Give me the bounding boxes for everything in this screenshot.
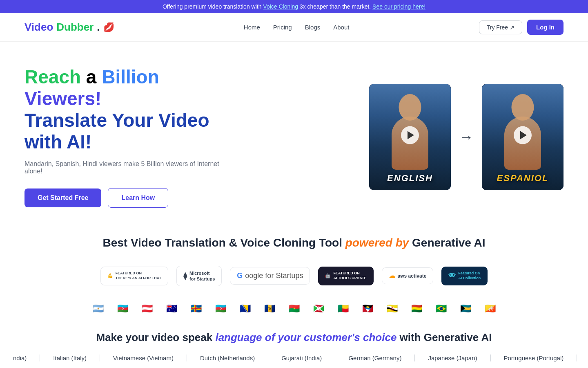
nav-about[interactable]: About [333, 24, 349, 31]
partners-section: 💪 FEATURED ONTHERE'S AN AI FOR THAT ⧫ Mi… [0, 258, 588, 295]
microsoft-icon: ⧫ [183, 272, 187, 280]
language-scroll: ndia)Italian (Italy)Vietnamese (Vietnam)… [0, 348, 588, 368]
logo-video-text: Video [24, 21, 53, 34]
partner-theres-an-ai: 💪 FEATURED ONTHERE'S AN AI FOR THAT [100, 267, 168, 285]
language-item: Dutch (Netherlands) [187, 355, 268, 361]
speak-pre: Make your video speak [96, 331, 216, 343]
nav-blogs[interactable]: Blogs [305, 24, 321, 31]
partner-ai-collection: 👁 Featured OnAI Collection [441, 267, 488, 285]
login-button[interactable]: Log In [527, 20, 564, 35]
hero-headline: Reach a Billion Viewers! Translate Your … [24, 66, 237, 153]
flag-item: 🇧🇹 [479, 301, 501, 316]
language-item: Gujarati (India) [268, 355, 335, 361]
video-play-english[interactable] [401, 126, 419, 144]
partner-microsoft-label: Microsoftfor Startups [189, 270, 215, 282]
flag-item: 🇦🇹 [136, 301, 158, 316]
flag-item: 🇦🇺 [160, 301, 183, 316]
partner-theres-label: FEATURED ONTHERE'S AN AI FOR THAT [116, 271, 161, 280]
tagline-pre: Best Video Translation & Voice Cloning T… [102, 236, 345, 249]
headline-reach: Reach [24, 66, 81, 88]
video-card-espaniol-inner: ESPANIOL [482, 84, 564, 190]
flag-item: 🇦🇬 [356, 301, 379, 316]
hero-subtext: Mandarin, Spanish, Hindi viewers make 5 … [24, 160, 237, 175]
nav-actions: Try Free ↗ Log In [479, 20, 564, 35]
logo-lips-icon: 💋 [103, 22, 114, 33]
headline-translate: Translate Your Video with AI! [24, 110, 209, 153]
muscle-icon: 💪 [107, 273, 113, 278]
partner-google: G oogle for Startups [230, 267, 310, 285]
flag-item: 🇧🇦 [234, 301, 256, 316]
tagline-section: Best Video Translation & Voice Cloning T… [0, 224, 588, 258]
logo[interactable]: VideoDubber. 💋 [24, 21, 114, 34]
voice-cloning-link[interactable]: Voice Cloning [263, 3, 298, 10]
hero-left: Reach a Billion Viewers! Translate Your … [24, 66, 237, 208]
aws-icon: ☁ [389, 272, 395, 280]
flag-item: 🇧🇧 [258, 301, 281, 316]
get-started-button[interactable]: Get Started Free [24, 188, 101, 207]
speak-post: with Generative AI [396, 331, 492, 343]
video-card-espaniol: ESPANIOL [482, 84, 564, 190]
headline-a: a [81, 66, 102, 88]
learn-how-button[interactable]: Learn How [108, 188, 168, 208]
tagline-powered-by: powered by [345, 236, 409, 249]
speak-text: Make your video speak language of your c… [24, 331, 564, 344]
language-item: ndia) [0, 355, 40, 361]
hero-buttons: Get Started Free Learn How [24, 188, 237, 208]
flag-item: 🇦🇿 [111, 301, 134, 316]
eye-icon: 👁 [448, 272, 456, 280]
partner-aws-label: aws activate [398, 273, 427, 279]
partner-aws: ☁ aws activate [382, 267, 434, 284]
flag-item: 🇧🇷 [430, 301, 452, 316]
language-item: English (India) [577, 355, 588, 361]
flag-item: 🇦🇽 [185, 301, 207, 316]
header: VideoDubber. 💋 Home Pricing Blogs About … [0, 13, 588, 42]
headline-viewers: Viewers! [24, 88, 101, 109]
flag-item: 🇧🇮 [307, 301, 330, 316]
video-card-english-inner: ENGLISH [369, 84, 451, 190]
flag-item: 🇦🇿 [209, 301, 232, 316]
flag-item: 🇦🇷 [87, 301, 109, 316]
hero-section: Reach a Billion Viewers! Translate Your … [0, 42, 588, 224]
partner-ai-tools-label: FEATURED ONAI TOOLS UPDATE [333, 271, 366, 280]
partner-microsoft: ⧫ Microsoftfor Startups [176, 266, 222, 287]
banner-text-before: Offering premium video translation with [163, 3, 263, 10]
video-label-espaniol: ESPANIOL [497, 173, 549, 184]
nav-home[interactable]: Home [244, 24, 260, 31]
speak-highlight: language of your customer's choice [215, 331, 396, 343]
video-play-espaniol[interactable] [514, 126, 532, 144]
tagline-post: Generative AI [409, 236, 485, 249]
video-card-english: ENGLISH [369, 84, 451, 190]
partner-google-label: oogle for Startups [245, 272, 303, 280]
logo-dubber-text: Dubber [56, 21, 94, 34]
flag-item: 🇧🇫 [283, 301, 305, 316]
google-g-icon: G [237, 272, 243, 280]
logo-dot: . [97, 21, 100, 34]
language-item: Portuguese (Portugal) [491, 355, 577, 361]
nav-pricing[interactable]: Pricing [273, 24, 292, 31]
partner-ai-tools: 🤖 FEATURED ONAI TOOLS UPDATE [318, 267, 373, 285]
video-label-english: ENGLISH [387, 173, 433, 184]
language-item: Italian (Italy) [40, 355, 100, 361]
flag-item: 🇧🇳 [381, 301, 403, 316]
flag-item: 🇧🇸 [454, 301, 477, 316]
announcement-banner: Offering premium video translation with … [0, 0, 588, 13]
flag-item: 🇧🇴 [405, 301, 428, 316]
flag-item: 🇧🇯 [332, 301, 354, 316]
hero-right: ENGLISH → ESPANIOL [369, 84, 564, 190]
try-free-button[interactable]: Try Free ↗ [479, 20, 522, 34]
arrow-right-icon: → [459, 128, 474, 146]
headline-billion: Billion [102, 66, 159, 88]
main-nav: Home Pricing Blogs About [244, 24, 350, 31]
speak-section: Make your video speak language of your c… [0, 323, 588, 348]
language-item: Japanese (Japan) [415, 355, 490, 361]
language-item: German (Germany) [335, 355, 415, 361]
tagline-text: Best Video Translation & Voice Cloning T… [24, 236, 564, 249]
pricing-link[interactable]: See our pricing here! [372, 3, 425, 10]
ai-tools-icon: 🤖 [325, 273, 331, 278]
flags-strip: 🇦🇷🇦🇿🇦🇹🇦🇺🇦🇽🇦🇿🇧🇦🇧🇧🇧🇫🇧🇮🇧🇯🇦🇬🇧🇳🇧🇴🇧🇷🇧🇸🇧🇹 [0, 294, 588, 323]
banner-text-middle: 3x cheaper than the market. [300, 3, 372, 10]
partner-ai-collection-label: Featured OnAI Collection [458, 271, 481, 280]
language-item: Vietnamese (Vietnam) [100, 355, 187, 361]
